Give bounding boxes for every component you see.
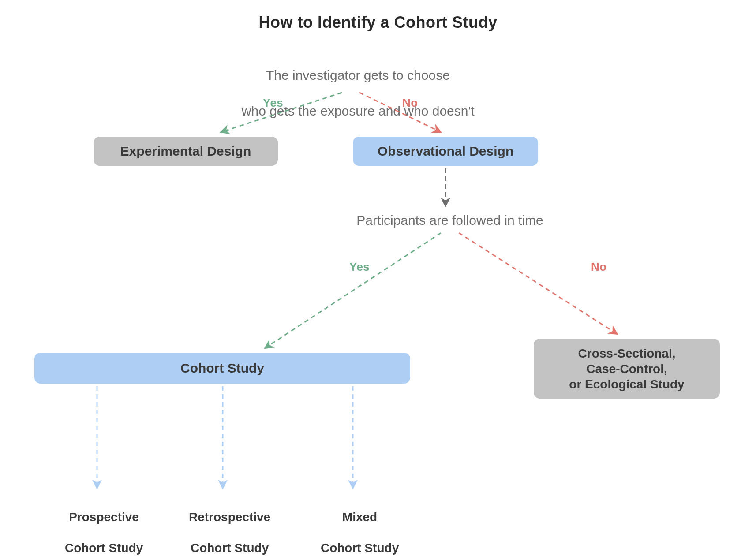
node-cohort-label: Cohort Study bbox=[180, 360, 264, 377]
diagram-stage: How to Identify a Cohort Study The inves… bbox=[0, 0, 756, 556]
diagram-title: How to Identify a Cohort Study bbox=[0, 13, 756, 32]
node-experimental: Experimental Design bbox=[94, 137, 278, 166]
q1-yes-label: Yes bbox=[263, 96, 283, 110]
question-2: Participants are followed in time bbox=[326, 212, 573, 230]
cross-line-1: Cross-Sectional, bbox=[578, 347, 676, 360]
node-observational-label: Observational Design bbox=[378, 143, 513, 160]
cross-line-3: or Ecological Study bbox=[569, 377, 684, 391]
leaf-mixed: Mixed Cohort Study bbox=[300, 494, 406, 556]
leaf-prospective: Prospective Cohort Study bbox=[44, 494, 150, 556]
leaf-prospective-l2: Cohort Study bbox=[65, 541, 143, 555]
q2-no-label: No bbox=[591, 260, 607, 274]
node-observational: Observational Design bbox=[353, 137, 538, 166]
q1-no-label: No bbox=[402, 96, 418, 110]
arrow-q2-no bbox=[459, 233, 618, 334]
leaf-mixed-l1: Mixed bbox=[342, 510, 377, 524]
arrow-q2-yes bbox=[265, 233, 441, 348]
leaf-retrospective: Retrospective Cohort Study bbox=[163, 494, 282, 556]
node-experimental-label: Experimental Design bbox=[120, 143, 251, 160]
node-cross-sectional: Cross-Sectional, Case-Control, or Ecolog… bbox=[534, 339, 720, 399]
leaf-retrospective-l1: Retrospective bbox=[189, 510, 270, 524]
node-cross-sectional-text: Cross-Sectional, Case-Control, or Ecolog… bbox=[569, 346, 684, 392]
leaf-prospective-l1: Prospective bbox=[69, 510, 139, 524]
question-1-line-1: The investigator gets to choose bbox=[266, 68, 450, 82]
leaf-retrospective-l2: Cohort Study bbox=[191, 541, 269, 555]
leaf-mixed-l2: Cohort Study bbox=[321, 541, 399, 555]
question-1: The investigator gets to choose who gets… bbox=[176, 49, 525, 138]
node-cohort: Cohort Study bbox=[34, 353, 410, 384]
q2-yes-label: Yes bbox=[349, 260, 370, 274]
cross-line-2: Case-Control, bbox=[586, 362, 667, 376]
